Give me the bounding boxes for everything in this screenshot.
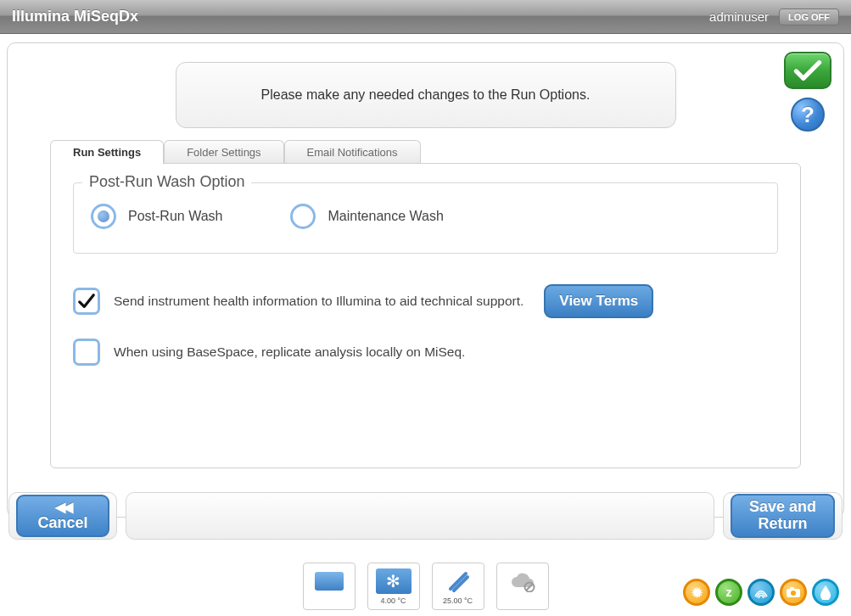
cancel-panel: ◀◀ Cancel (8, 492, 117, 540)
button-label: Return (758, 516, 807, 533)
logoff-button[interactable]: LOG OFF (779, 8, 839, 25)
status-strip: ✻ 4.00 °C 25.00 °C ✹ z (0, 557, 851, 616)
status-cloud-tile[interactable] (496, 563, 549, 610)
basespace-row: When using BaseSpace, replicate analysis… (73, 339, 778, 366)
svg-rect-6 (790, 587, 794, 590)
username-label: adminuser (709, 9, 769, 24)
temp-label: 4.00 °C (380, 596, 406, 605)
instruction-text: Please make any needed changes to the Ru… (261, 87, 591, 103)
main-panel: ? Please make any needed changes to the … (7, 42, 844, 518)
radio-label: Post-Run Wash (128, 209, 222, 224)
question-icon: ? (801, 102, 815, 128)
tab-folder-settings[interactable]: Folder Settings (164, 140, 283, 164)
header-bar: Illumina MiSeqDx adminuser LOG OFF (0, 0, 851, 34)
button-label: Save and (749, 499, 816, 516)
post-run-wash-fieldset: Post-Run Wash Option Post-Run Wash Maint… (73, 182, 778, 254)
instruction-banner: Please make any needed changes to the Ru… (176, 62, 676, 128)
checkmark-icon (793, 59, 822, 82)
radio-icon (91, 204, 116, 229)
status-chiller-tile[interactable]: ✻ 4.00 °C (367, 563, 420, 610)
cloud-disabled-icon (505, 568, 540, 595)
radio-icon (290, 204, 316, 229)
temp-label: 25.00 °C (443, 596, 473, 605)
gear-icon[interactable]: ✹ (683, 579, 710, 606)
view-terms-button[interactable]: View Terms (544, 284, 653, 318)
thermometer-icon (440, 568, 476, 595)
confirm-button[interactable] (784, 52, 831, 89)
radio-maintenance-wash[interactable]: Maintenance Wash (290, 204, 443, 229)
flowcell-icon (311, 568, 347, 595)
droplet-icon[interactable] (812, 579, 839, 606)
save-and-return-button[interactable]: Save and Return (731, 494, 835, 538)
camera-icon[interactable] (780, 579, 807, 606)
tab-email-notifications[interactable]: Email Notifications (284, 140, 421, 164)
snowflake-icon: ✻ (376, 568, 412, 595)
checkbox-label: When using BaseSpace, replicate analysis… (114, 344, 465, 360)
app-title: Illumina MiSeqDx (12, 8, 709, 25)
bottom-button-row: ◀◀ Cancel Save and Return (8, 492, 843, 540)
basespace-checkbox[interactable] (73, 339, 100, 366)
tab-run-settings[interactable]: Run Settings (50, 140, 164, 164)
tab-content: Post-Run Wash Option Post-Run Wash Maint… (50, 163, 801, 468)
rewind-icon: ◀◀ (55, 500, 70, 515)
tab-label: Email Notifications (307, 146, 398, 159)
fingerprint-icon[interactable] (747, 579, 775, 606)
circle-icon-row: ✹ z (683, 579, 839, 606)
radio-post-run-wash[interactable]: Post-Run Wash (91, 204, 222, 229)
tab-label: Folder Settings (187, 146, 260, 159)
save-panel: Save and Return (723, 492, 843, 540)
cancel-button[interactable]: ◀◀ Cancel (16, 495, 109, 536)
tab-label: Run Settings (73, 146, 141, 159)
radio-label: Maintenance Wash (328, 209, 443, 224)
svg-point-5 (791, 591, 796, 596)
help-button[interactable]: ? (791, 98, 825, 132)
status-temp-tile[interactable]: 25.00 °C (432, 563, 484, 610)
health-info-row: Send instrument health information to Il… (73, 284, 778, 318)
fieldset-legend: Post-Run Wash Option (82, 173, 251, 191)
tab-strip: Run Settings Folder Settings Email Notif… (50, 140, 826, 164)
status-flowcell-tile[interactable] (303, 563, 356, 610)
health-info-checkbox[interactable] (73, 288, 100, 315)
bottom-filler (126, 492, 714, 540)
check-icon (77, 292, 96, 311)
sleep-icon[interactable]: z (715, 579, 742, 606)
checkbox-label: Send instrument health information to Il… (114, 294, 523, 309)
button-label: Cancel (37, 515, 87, 532)
